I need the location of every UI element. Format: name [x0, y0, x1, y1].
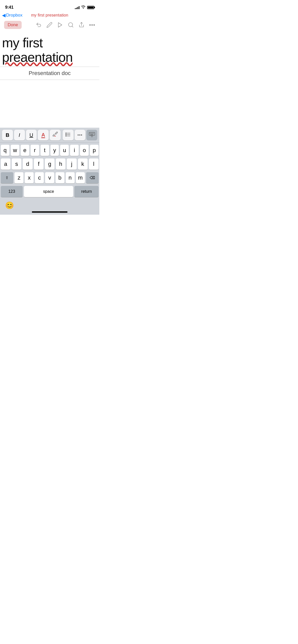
more-button[interactable]: •••	[89, 22, 95, 28]
space-key[interactable]: space	[24, 186, 73, 197]
keyboard-hide-icon	[89, 132, 95, 138]
keyboard-row-2: a s d f g h j k l	[1, 158, 99, 170]
italic-label: I	[19, 132, 20, 138]
document-title[interactable]: my first preaentation	[0, 36, 99, 67]
key-n[interactable]: n	[66, 172, 75, 183]
keyboard: q w e r t y u i o p a s d f g h j k l ⇧ …	[0, 143, 99, 198]
key-x[interactable]: x	[25, 172, 34, 183]
text-color-button[interactable]: A	[38, 130, 49, 140]
format-toolbar: B I U A	[0, 128, 99, 143]
key-g[interactable]: g	[45, 158, 55, 170]
svg-marker-0	[58, 23, 62, 27]
number-key[interactable]: 123	[1, 186, 23, 197]
key-y[interactable]: y	[50, 145, 59, 156]
key-r[interactable]: r	[31, 145, 39, 156]
status-time: 9:41	[5, 5, 13, 10]
highlight-icon	[52, 131, 58, 139]
play-button[interactable]	[57, 22, 63, 28]
shift-key[interactable]: ⇧	[1, 172, 13, 183]
home-indicator	[0, 211, 99, 215]
list-icon	[65, 132, 71, 139]
key-p[interactable]: p	[90, 145, 99, 156]
svg-point-9	[66, 134, 66, 135]
key-m[interactable]: m	[76, 172, 85, 183]
key-f[interactable]: f	[34, 158, 44, 170]
key-i[interactable]: i	[70, 145, 79, 156]
key-e[interactable]: e	[21, 145, 29, 156]
status-bar: 9:41	[0, 0, 99, 11]
text-color-icon: A	[41, 132, 45, 138]
key-v[interactable]: v	[45, 172, 54, 183]
misspelled-word: preaentation	[2, 50, 73, 65]
key-u[interactable]: u	[60, 145, 69, 156]
key-z[interactable]: z	[15, 172, 23, 183]
key-w[interactable]: w	[11, 145, 19, 156]
back-label: Dropbox	[6, 13, 22, 18]
underline-button[interactable]: U	[26, 130, 37, 140]
italic-button[interactable]: I	[14, 130, 25, 140]
key-d[interactable]: d	[23, 158, 32, 170]
key-a[interactable]: a	[1, 158, 10, 170]
key-c[interactable]: c	[35, 172, 44, 183]
signal-icon	[75, 6, 79, 9]
bold-button[interactable]: B	[2, 130, 13, 140]
done-button[interactable]: Done	[4, 21, 22, 29]
svg-point-10	[66, 136, 66, 136]
search-button[interactable]	[68, 22, 74, 28]
bold-label: B	[6, 132, 9, 138]
doc-title: my first presentation	[31, 13, 68, 17]
key-b[interactable]: b	[56, 172, 64, 183]
wifi-icon	[81, 5, 86, 10]
back-chevron-icon: ◀	[2, 12, 6, 18]
undo-button[interactable]	[36, 22, 42, 28]
return-key[interactable]: return	[74, 186, 99, 197]
key-h[interactable]: h	[56, 158, 65, 170]
format-more-icon: •••	[77, 133, 83, 137]
bottom-bar: 😊	[0, 198, 99, 211]
key-q[interactable]: q	[1, 145, 9, 156]
underline-label: U	[30, 132, 33, 138]
key-o[interactable]: o	[80, 145, 89, 156]
highlight-button[interactable]	[50, 130, 61, 140]
list-button[interactable]	[63, 130, 74, 140]
keyboard-row-4: 123 space return	[1, 186, 99, 197]
toolbar: Done •••	[0, 19, 99, 31]
share-button[interactable]	[78, 22, 85, 28]
markup-button[interactable]	[46, 22, 52, 28]
key-l[interactable]: l	[89, 158, 99, 170]
key-k[interactable]: k	[78, 158, 88, 170]
delete-key[interactable]: ⌫	[86, 172, 99, 183]
keyboard-row-1: q w e r t y u i o p	[1, 145, 99, 156]
home-bar	[32, 211, 67, 213]
back-button[interactable]: ◀ Dropbox	[2, 12, 22, 18]
keyboard-row-3: ⇧ z x c v b n m ⌫	[1, 172, 99, 183]
format-more-button[interactable]: •••	[75, 130, 86, 140]
status-icons	[75, 5, 94, 10]
svg-line-2	[72, 26, 73, 27]
emoji-button[interactable]: 😊	[5, 201, 14, 210]
document-area[interactable]: my first preaentation Presentation doc	[0, 31, 99, 128]
document-subtitle[interactable]: Presentation doc	[0, 67, 99, 80]
battery-icon	[87, 6, 94, 9]
key-j[interactable]: j	[67, 158, 76, 170]
key-s[interactable]: s	[12, 158, 21, 170]
hide-keyboard-button[interactable]	[86, 130, 97, 140]
svg-point-8	[66, 133, 66, 134]
key-t[interactable]: t	[40, 145, 49, 156]
